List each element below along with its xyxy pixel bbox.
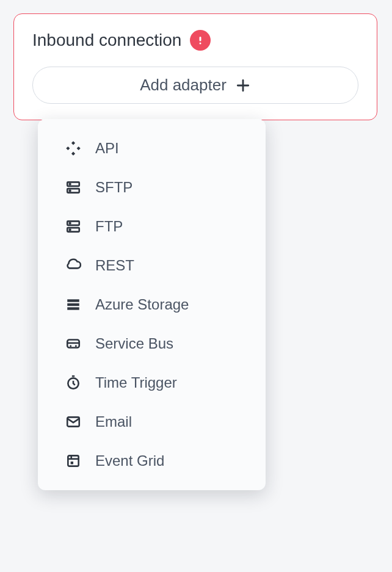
add-adapter-button[interactable]: Add adapter (32, 67, 358, 104)
add-adapter-label: Add adapter (140, 76, 227, 95)
adapter-dropdown: API SFTP FTP REST Azure Storage Service … (38, 119, 266, 134)
menu-item-api[interactable]: API (38, 129, 266, 134)
svg-rect-1 (200, 37, 201, 42)
warning-icon (190, 30, 211, 51)
svg-point-0 (200, 42, 201, 44)
inbound-connection-card: Inbound connection Add adapter (13, 13, 377, 120)
card-title: Inbound connection (32, 31, 181, 50)
plus-icon (235, 78, 251, 93)
card-header: Inbound connection (32, 30, 358, 51)
